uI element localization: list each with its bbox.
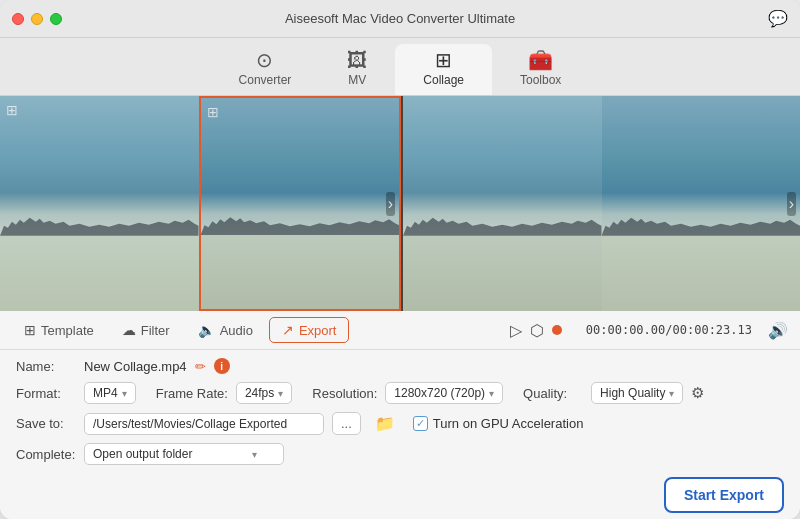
tab-collage-label: Collage — [423, 73, 464, 87]
video-panel-1[interactable]: ⊞ — [0, 96, 199, 311]
framerate-select[interactable]: 24fps ▾ — [236, 382, 292, 404]
record-button[interactable] — [552, 325, 562, 335]
saveto-label: Save to: — [16, 416, 76, 431]
quality-label: Quality: — [523, 386, 583, 401]
maximize-button[interactable] — [50, 13, 62, 25]
close-button[interactable] — [12, 13, 24, 25]
tab-converter-label: Converter — [239, 73, 292, 87]
title-bar: Aiseesoft Mac Video Converter Ultimate 💬 — [0, 0, 800, 38]
settings-area: Name: New Collage.mp4 ✏ i Format: MP4 ▾ … — [0, 350, 800, 473]
complete-arrow: ▾ — [252, 449, 257, 460]
format-label: Format: — [16, 386, 76, 401]
tab-mv[interactable]: 🖼 MV — [319, 44, 395, 95]
panel-tabs: ⊞ Template ☁ Filter 🔈 Audio ↗ Export ▷ ⬡… — [0, 311, 800, 350]
collage-icon: ⊞ — [435, 50, 452, 70]
tab-toolbox-label: Toolbox — [520, 73, 561, 87]
tab-filter[interactable]: ☁ Filter — [110, 318, 182, 342]
resolution-arrow: ▾ — [489, 388, 494, 399]
gear-icon[interactable]: ⚙ — [691, 384, 704, 402]
tab-collage[interactable]: ⊞ Collage — [395, 44, 492, 95]
stop-button[interactable]: ⬡ — [530, 321, 544, 340]
browse-button[interactable]: ... — [332, 412, 361, 435]
tab-export[interactable]: ↗ Export — [269, 317, 350, 343]
complete-row: Complete: Open output folder ▾ — [16, 443, 784, 465]
video-panel-2[interactable]: ⊞ › — [199, 96, 402, 311]
saveto-row: Save to: ... 📁 ✓ Turn on GPU Acceleratio… — [16, 412, 784, 435]
gpu-label: Turn on GPU Acceleration — [433, 416, 584, 431]
tab-audio[interactable]: 🔈 Audio — [186, 318, 265, 342]
tab-toolbox[interactable]: 🧰 Toolbox — [492, 44, 589, 95]
quality-arrow: ▾ — [669, 388, 674, 399]
bottom-row: Start Export — [0, 473, 800, 519]
chevron-right-icon[interactable]: › — [386, 192, 395, 216]
template-icon: ⊞ — [24, 322, 36, 338]
export-icon: ↗ — [282, 322, 294, 338]
resolution-label: Resolution: — [312, 386, 377, 401]
volume-icon[interactable]: 🔊 — [768, 321, 788, 340]
complete-select[interactable]: Open output folder ▾ — [84, 443, 284, 465]
tab-audio-label: Audio — [220, 323, 253, 338]
video-panel-4[interactable]: › — [602, 96, 801, 311]
name-label: Name: — [16, 359, 76, 374]
traffic-lights — [12, 13, 62, 25]
tab-export-label: Export — [299, 323, 337, 338]
time-display: 00:00:00.00/00:00:23.13 — [586, 323, 752, 337]
format-select[interactable]: MP4 ▾ — [84, 382, 136, 404]
complete-value: Open output folder — [93, 447, 192, 461]
nav-tabs: ⊙ Converter 🖼 MV ⊞ Collage 🧰 Toolbox — [0, 38, 800, 96]
converter-icon: ⊙ — [256, 50, 273, 70]
tab-filter-label: Filter — [141, 323, 170, 338]
tab-converter[interactable]: ⊙ Converter — [211, 44, 320, 95]
minimize-button[interactable] — [31, 13, 43, 25]
filter-icon: ☁ — [122, 322, 136, 338]
video-panel-3[interactable] — [403, 96, 602, 311]
framerate-label: Frame Rate: — [156, 386, 228, 401]
format-row: Format: MP4 ▾ Frame Rate: 24fps ▾ Resolu… — [16, 382, 784, 404]
main-window: Aiseesoft Mac Video Converter Ultimate 💬… — [0, 0, 800, 519]
message-icon[interactable]: 💬 — [768, 9, 788, 28]
tab-template[interactable]: ⊞ Template — [12, 318, 106, 342]
resolution-select[interactable]: 1280x720 (720p) ▾ — [385, 382, 503, 404]
name-row: Name: New Collage.mp4 ✏ i — [16, 358, 784, 374]
mv-icon: 🖼 — [347, 50, 367, 70]
format-arrow: ▾ — [122, 388, 127, 399]
tab-mv-label: MV — [348, 73, 366, 87]
saveto-input[interactable] — [84, 413, 324, 435]
name-value: New Collage.mp4 — [84, 359, 187, 374]
start-export-button[interactable]: Start Export — [664, 477, 784, 513]
folder-icon[interactable]: 📁 — [375, 414, 395, 433]
chevron-right-icon-2[interactable]: › — [787, 192, 796, 216]
gpu-checkbox-label[interactable]: ✓ Turn on GPU Acceleration — [413, 416, 584, 431]
info-icon[interactable]: i — [214, 358, 230, 374]
tab-template-label: Template — [41, 323, 94, 338]
play-button[interactable]: ▷ — [510, 321, 522, 340]
toolbox-icon: 🧰 — [528, 50, 553, 70]
grid-icon-2: ⊞ — [207, 104, 219, 120]
gpu-checkbox[interactable]: ✓ — [413, 416, 428, 431]
grid-icon: ⊞ — [6, 102, 18, 118]
framerate-arrow: ▾ — [278, 388, 283, 399]
edit-icon[interactable]: ✏ — [195, 359, 206, 374]
video-area: ⊞ ⊞ › › — [0, 96, 800, 311]
quality-select[interactable]: High Quality ▾ — [591, 382, 683, 404]
window-title: Aiseesoft Mac Video Converter Ultimate — [285, 11, 515, 26]
audio-icon: 🔈 — [198, 322, 215, 338]
complete-label: Complete: — [16, 447, 76, 462]
